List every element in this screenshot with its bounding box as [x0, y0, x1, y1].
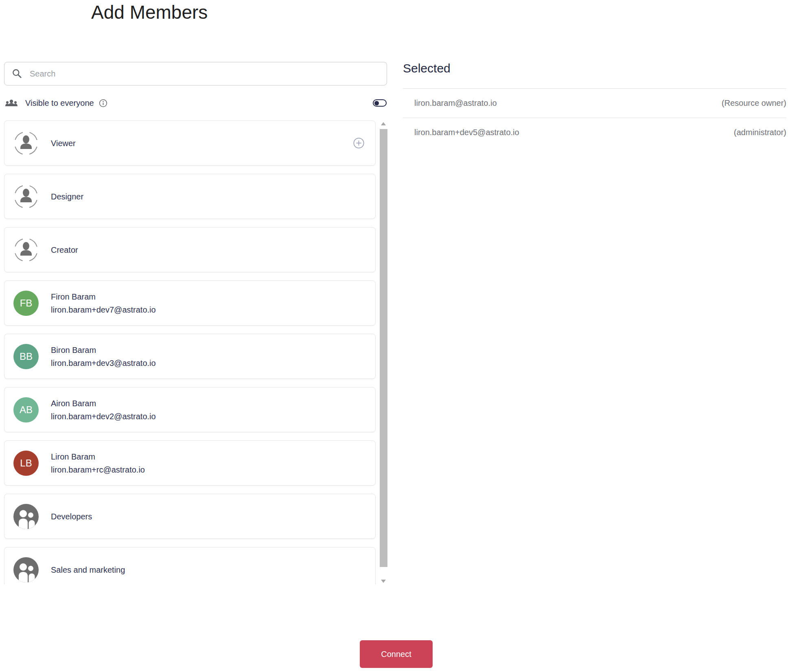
- user-name: Biron Baram: [51, 344, 156, 357]
- scroll-up-arrow[interactable]: [381, 122, 386, 125]
- scrollbar-thumb[interactable]: [380, 129, 387, 567]
- visibility-label: Visible to everyone: [25, 99, 94, 108]
- selected-list: liron.baram@astrato.io (Resource owner) …: [403, 88, 786, 147]
- toggle-knob: [374, 101, 379, 105]
- visibility-row: Visible to everyone: [5, 96, 387, 110]
- search-icon: [12, 68, 22, 79]
- directory-row-user[interactable]: LB Liron Baram liron.baram+rc@astrato.io: [4, 440, 376, 486]
- selected-member-role: (administrator): [734, 128, 786, 137]
- groups-icon: [5, 98, 18, 108]
- directory-row-group[interactable]: Developers: [4, 494, 376, 539]
- user-avatar: LB: [13, 451, 39, 476]
- connect-button[interactable]: Connect: [360, 640, 433, 668]
- user-email: liron.baram+dev2@astrato.io: [51, 410, 156, 423]
- selected-member-row[interactable]: liron.baram@astrato.io (Resource owner): [403, 88, 786, 118]
- user-email: liron.baram+rc@astrato.io: [51, 463, 145, 476]
- avatar-initials: LB: [20, 457, 32, 469]
- selected-member-row[interactable]: liron.baram+dev5@astrato.io (administrat…: [403, 118, 786, 147]
- user-name: Liron Baram: [51, 450, 145, 463]
- user-avatar: AB: [13, 397, 39, 422]
- visibility-toggle[interactable]: [373, 99, 387, 107]
- avatar-initials: BB: [20, 351, 33, 362]
- role-label: Creator: [51, 243, 78, 256]
- user-avatar: BB: [13, 344, 39, 369]
- directory-row-role[interactable]: Viewer: [4, 120, 376, 166]
- avatar-initials: AB: [20, 404, 33, 416]
- selected-member-role: (Resource owner): [722, 99, 786, 108]
- scroll-down-arrow[interactable]: [381, 580, 386, 583]
- user-email: liron.baram+dev7@astrato.io: [51, 303, 156, 316]
- user-name: Firon Baram: [51, 290, 156, 303]
- directory-row-group[interactable]: Sales and marketing: [4, 547, 376, 584]
- directory-row-user[interactable]: FB Firon Baram liron.baram+dev7@astrato.…: [4, 280, 376, 326]
- search-box[interactable]: [4, 62, 387, 85]
- directory-scrollbar[interactable]: [380, 120, 387, 587]
- selected-member-email: liron.baram+dev5@astrato.io: [414, 128, 519, 137]
- directory-row-user[interactable]: BB Biron Baram liron.baram+dev3@astrato.…: [4, 334, 376, 379]
- group-label: Developers: [51, 510, 92, 523]
- directory-row-user[interactable]: AB Airon Baram liron.baram+dev2@astrato.…: [4, 387, 376, 432]
- user-email: liron.baram+dev3@astrato.io: [51, 357, 156, 370]
- role-person-icon: [13, 184, 39, 209]
- directory-row-role[interactable]: Creator: [4, 227, 376, 272]
- directory-row-role[interactable]: Designer: [4, 174, 376, 219]
- role-label: Designer: [51, 190, 83, 203]
- add-member-icon[interactable]: [353, 137, 365, 149]
- user-name: Airon Baram: [51, 397, 156, 410]
- selected-heading: Selected: [403, 60, 451, 77]
- selected-member-email: liron.baram@astrato.io: [414, 99, 497, 108]
- avatar-initials: FB: [20, 298, 33, 309]
- page-title: Add Members: [91, 1, 208, 24]
- group-label: Sales and marketing: [51, 563, 125, 576]
- user-avatar: FB: [13, 291, 39, 316]
- search-input[interactable]: [29, 69, 379, 79]
- group-icon: [13, 557, 39, 582]
- role-person-icon: [13, 237, 39, 263]
- role-label: Viewer: [51, 137, 76, 150]
- role-person-icon: [13, 131, 39, 156]
- info-icon[interactable]: [99, 99, 107, 107]
- directory-list: Viewer Designer Creator FB: [4, 120, 376, 584]
- group-icon: [13, 504, 39, 529]
